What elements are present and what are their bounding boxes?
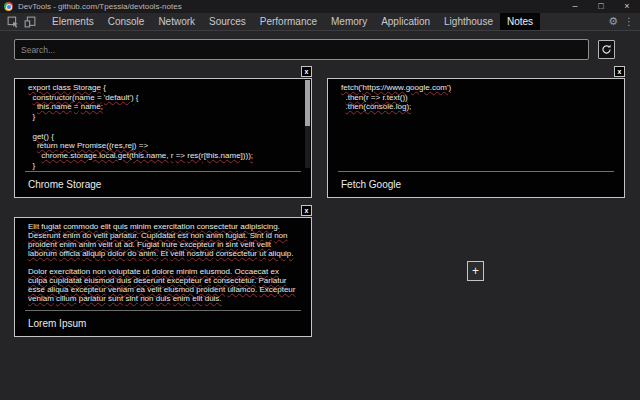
note-close-button[interactable]: x — [301, 66, 312, 77]
note-content[interactable]: Elit fugiat commodo elit quis minim exer… — [15, 218, 311, 310]
chrome-logo-icon — [4, 2, 13, 11]
tab-sources[interactable]: Sources — [202, 13, 253, 30]
device-toolbar-icon[interactable] — [22, 15, 37, 29]
inspect-element-icon[interactable] — [5, 15, 20, 29]
maximize-button[interactable]: □ — [596, 0, 606, 13]
refresh-icon — [601, 44, 612, 55]
devtools-window: DevTools - github.com/Tpessia/devtools-n… — [0, 0, 640, 400]
devtools-tabbar: Elements Console Network Sources Perform… — [0, 13, 640, 31]
window-titlebar: DevTools - github.com/Tpessia/devtools-n… — [0, 0, 640, 13]
tab-lighthouse[interactable]: Lighthouse — [437, 13, 500, 30]
window-title: DevTools - github.com/Tpessia/devtools-n… — [18, 2, 182, 11]
note-card: x fetch('https://www.google.com') .then(… — [327, 66, 625, 198]
tab-strip: Elements Console Network Sources Perform… — [45, 13, 540, 30]
tab-console[interactable]: Console — [101, 13, 152, 30]
search-row — [0, 32, 640, 60]
note-card: x export class Storage { constructor(nam… — [14, 66, 312, 198]
note-close-button[interactable]: x — [614, 66, 625, 77]
note-card: x Elit fugiat commodo elit quis minim ex… — [14, 205, 312, 337]
more-menu-icon[interactable]: ⋮ — [624, 16, 634, 27]
note-title[interactable]: Chrome Storage — [15, 172, 311, 197]
tab-elements[interactable]: Elements — [45, 13, 101, 30]
notes-grid: x export class Storage { constructor(nam… — [14, 66, 625, 337]
notes-panel: x export class Storage { constructor(nam… — [0, 32, 640, 400]
tab-notes[interactable]: Notes — [500, 13, 540, 30]
add-note-button[interactable]: + — [467, 261, 484, 281]
refresh-button[interactable] — [598, 40, 615, 59]
search-input[interactable] — [14, 39, 589, 60]
settings-gear-icon[interactable]: ⚙ — [608, 15, 618, 28]
note-content[interactable]: fetch('https://www.google.com') .then(r … — [328, 79, 624, 171]
minimize-button[interactable]: – — [570, 0, 580, 13]
note-title[interactable]: Fetch Google — [328, 172, 624, 197]
note-scrollbar[interactable] — [305, 80, 310, 168]
note-content[interactable]: export class Storage { constructor(name … — [15, 79, 311, 171]
note-close-button[interactable]: x — [301, 205, 312, 216]
tab-performance[interactable]: Performance — [253, 13, 324, 30]
tab-memory[interactable]: Memory — [324, 13, 374, 30]
window-close-button[interactable]: × — [622, 0, 632, 13]
tab-network[interactable]: Network — [151, 13, 202, 30]
note-title[interactable]: Lorem Ipsum — [15, 311, 311, 336]
note-scrollbar-thumb[interactable] — [305, 80, 310, 126]
tab-application[interactable]: Application — [374, 13, 437, 30]
